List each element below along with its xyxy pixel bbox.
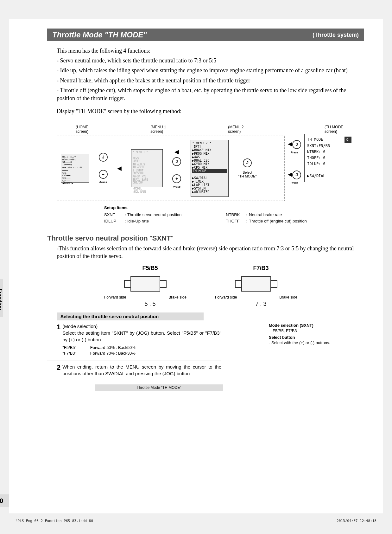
- th-mode-screen-thumb: TH MODERT SXNT:F5/B5 NTBRK: 0 THOFF: 0 I…: [304, 134, 354, 182]
- menu-item-thmode-selected: TH MODE: [192, 169, 227, 173]
- screen-label-menu2: (MENU 2 screen): [228, 125, 255, 134]
- plus-button-icon: +: [172, 174, 181, 183]
- select-label: Select: [243, 170, 252, 174]
- intro-item: - Throttle off (engine cut), which stops…: [57, 87, 364, 102]
- press-label: Press: [99, 181, 107, 184]
- subsection-bar: Selecting the throttle servo neutral pos…: [57, 312, 204, 320]
- intro-lead: This menu has the following 4 functions:: [57, 47, 364, 55]
- page-content: Function 80 Throttle Mode "TH MODE" (Thr…: [9, 19, 383, 513]
- intro-item: - Idle up, which raises the idling speed…: [57, 67, 364, 74]
- screen-label-thmode: (TH MODE screen): [325, 125, 354, 134]
- minus-button-icon: –: [99, 170, 108, 179]
- jog-button-icon: J: [292, 170, 301, 179]
- screen-label-home: (HOME screen): [76, 125, 100, 134]
- servo-f5b5: F5/B5 Forward sideBrake side 5 : 5: [114, 265, 187, 307]
- right-notes: Mode selection (SXNT) F5/B5, F7/B3 Selec…: [269, 323, 338, 346]
- setup-items-title: Setup items: [104, 205, 354, 210]
- servo-f7b3: F7/B3 Forward sideBrake side 7 : 3: [224, 265, 297, 307]
- menu1-screen-thumb: * MENU 1 *REVSSPEEDTH A.B.STH ACCELS.LST…: [131, 149, 163, 187]
- press-label: Press: [291, 181, 299, 184]
- print-footer-timestamp: 2013/04/07 12:48:18: [337, 519, 376, 523]
- servo-diagrams: F5/B5 Forward sideBrake side 5 : 5 F7/B3…: [47, 265, 364, 307]
- section-title-sxnt: Throttle servo neutral position "SXNT": [47, 234, 364, 242]
- title-bar: Throttle Mode "TH MODE" (Throttle system…: [47, 29, 364, 41]
- print-footer: 4PLS-Eng-08-2-Function-P65-83.indd 80 20…: [9, 519, 383, 523]
- jog-button-icon: J: [99, 153, 108, 162]
- step-1: 1 (Mode selection) Select the setting it…: [47, 323, 221, 361]
- press-label: Press: [291, 151, 299, 154]
- intro-block: This menu has the following 4 functions:…: [47, 41, 364, 115]
- jog-button-icon: J: [243, 158, 252, 167]
- home-screen-thumb: No.1 5.7vMODEL-0001ST━━━━0TH━━━━0D/R:100…: [61, 154, 89, 183]
- menu2-screen-thumb: * MENU 2 * 【RT】 ▶BRAKE MIX ▶PROG MIX ▶4W…: [191, 140, 229, 197]
- title-sub: (Throttle system): [313, 32, 359, 38]
- jog-button-icon: J: [172, 157, 181, 166]
- rt-badge: RT: [345, 137, 351, 143]
- jog-button-icon: J: [292, 140, 301, 149]
- screen-label-menu1: (MENU 1 screen): [150, 125, 177, 134]
- setup-items: Setup items SXNT：Throttle servo neutral …: [104, 205, 354, 225]
- intro-display: Display "TH MODE" screen by the followin…: [57, 107, 364, 115]
- select-item: "TH MODE": [238, 174, 257, 178]
- step2-body: When ending, return to the MENU screen b…: [62, 364, 221, 377]
- press-label: Press: [173, 185, 181, 188]
- side-tab-function: Function: [0, 279, 3, 317]
- print-footer-file: 4PLS-Eng-08-2-Function-P65-83.indd 80: [16, 519, 93, 523]
- title-main: Throttle Mode "TH MODE": [52, 30, 147, 39]
- page-number: 80: [0, 494, 9, 507]
- step1-body: Select the setting item "SXNT" by (JOG) …: [62, 330, 221, 343]
- intro-item: - Servo neutral mode, which sets the thr…: [57, 57, 364, 65]
- intro-item: - Neutral brake, which applies the brake…: [57, 77, 364, 85]
- section-body-sxnt: -This function allows selection of the f…: [47, 245, 364, 260]
- navigation-diagram: (HOME screen) (MENU 1 screen) (MENU 2 sc…: [47, 122, 364, 228]
- step1-label: (Mode selection): [62, 323, 221, 330]
- step-2: 2 When ending, return to the MENU screen…: [47, 364, 221, 381]
- footer-bar: Throttle Mode "TH MODE": [95, 384, 223, 391]
